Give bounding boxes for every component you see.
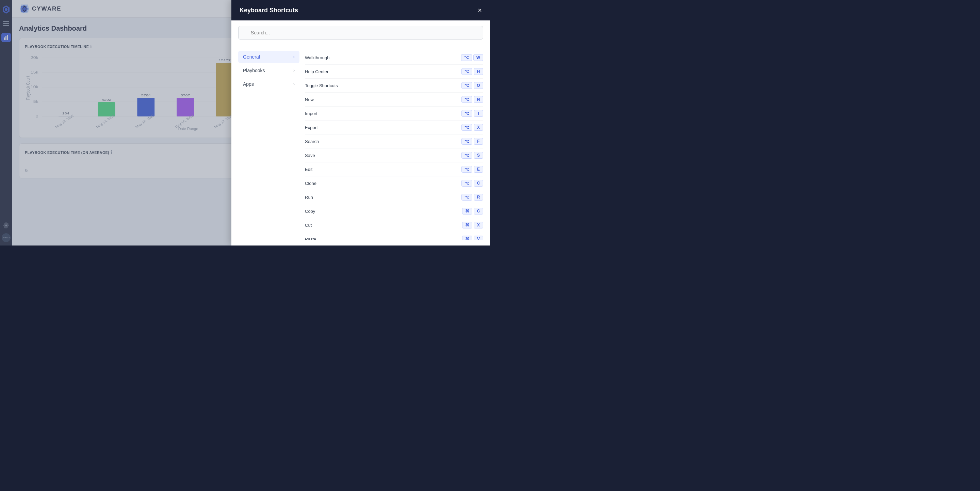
shortcut-keys: ⌥ H [461, 68, 483, 75]
shortcut-search-input[interactable] [238, 26, 483, 40]
shortcut-keys: ⌥ W [461, 54, 483, 61]
shortcut-key: W [473, 54, 483, 61]
modal-body: General › Playbooks › Apps › Walkthrough… [231, 45, 490, 246]
category-general-label: General [243, 54, 260, 60]
modifier-key: ⌥ [461, 194, 472, 201]
shortcut-name: Export [305, 125, 318, 130]
modal-title: Keyboard Shortcuts [240, 7, 298, 14]
shortcut-name: Toggle Shortcuts [305, 83, 338, 88]
shortcut-item: Clone ⌥ C [305, 176, 483, 190]
modifier-key: ⌥ [461, 96, 472, 103]
shortcut-item: Cut ⌘ X [305, 218, 483, 232]
shortcut-keys: ⌥ N [461, 96, 483, 103]
category-apps-label: Apps [243, 81, 254, 87]
shortcut-key: V [474, 236, 483, 240]
shortcut-keys: ⌘ V [462, 236, 483, 240]
shortcut-name: Clone [305, 181, 317, 186]
modifier-key: ⌥ [461, 124, 472, 131]
chevron-icon: › [293, 54, 295, 59]
chevron-icon-3: › [293, 82, 295, 86]
category-playbooks[interactable]: Playbooks › [238, 64, 299, 77]
shortcut-item: Toggle Shortcuts ⌥ O [305, 79, 483, 92]
shortcut-item: Search ⌥ F [305, 134, 483, 148]
shortcut-keys: ⌥ O [461, 82, 483, 89]
category-playbooks-label: Playbooks [243, 68, 265, 73]
search-wrapper [238, 26, 483, 40]
shortcut-keys: ⌥ C [461, 180, 483, 187]
shortcut-key: C [474, 180, 483, 187]
shortcut-keys: ⌘ X [462, 222, 483, 228]
keyboard-shortcuts-modal: Keyboard Shortcuts × General › Playbooks… [231, 0, 490, 246]
modal-search-area [231, 21, 490, 45]
shortcut-item: Export ⌥ X [305, 121, 483, 134]
shortcut-keys: ⌘ C [462, 208, 483, 215]
modifier-key: ⌥ [461, 110, 472, 117]
shortcut-name: Copy [305, 209, 315, 214]
modal-header: Keyboard Shortcuts × [231, 0, 490, 21]
shortcut-keys: ⌥ E [461, 166, 483, 173]
shortcut-keys: ⌥ I [461, 110, 483, 117]
shortcut-name: New [305, 97, 314, 102]
shortcut-key: F [474, 138, 483, 145]
shortcut-name: Paste [305, 237, 316, 241]
shortcut-name: Help Center [305, 69, 328, 74]
shortcut-key: E [474, 166, 483, 173]
category-general[interactable]: General › [238, 51, 299, 63]
shortcut-keys: ⌥ X [461, 124, 483, 131]
shortcut-categories: General › Playbooks › Apps › [238, 51, 299, 240]
shortcut-key: O [474, 82, 483, 89]
modifier-key: ⌥ [461, 180, 472, 187]
shortcut-name: Walkthrough [305, 55, 330, 60]
category-apps[interactable]: Apps › [238, 78, 299, 90]
shortcut-name: Edit [305, 167, 312, 172]
modifier-key: ⌥ [461, 138, 472, 145]
shortcut-item: New ⌥ N [305, 92, 483, 107]
shortcut-name: Run [305, 195, 313, 200]
modifier-key: ⌘ [462, 236, 472, 240]
shortcut-keys: ⌥ S [461, 152, 483, 159]
modal-close-button[interactable]: × [478, 6, 482, 14]
shortcut-keys: ⌥ F [461, 138, 483, 145]
shortcut-item: Run ⌥ R [305, 190, 483, 204]
chevron-icon-2: › [293, 68, 295, 73]
shortcut-name: Search [305, 139, 319, 144]
shortcut-name: Import [305, 111, 318, 116]
shortcut-keys: ⌥ R [461, 194, 483, 201]
shortcut-key: X [474, 222, 483, 228]
shortcut-item: Edit ⌥ E [305, 163, 483, 176]
modifier-key: ⌥ [461, 166, 472, 173]
modifier-key: ⌘ [462, 222, 472, 228]
modifier-key: ⌥ [461, 82, 472, 89]
shortcut-item: Save ⌥ S [305, 148, 483, 163]
modifier-key: ⌥ [461, 54, 472, 61]
modifier-key: ⌥ [461, 152, 472, 159]
shortcut-key: C [474, 208, 483, 215]
shortcut-name: Save [305, 153, 315, 158]
modifier-key: ⌥ [461, 68, 472, 75]
shortcut-key: R [474, 194, 483, 201]
shortcut-item: Copy ⌘ C [305, 204, 483, 218]
shortcut-item: Import ⌥ I [305, 107, 483, 121]
shortcuts-list: Walkthrough ⌥ W Help Center ⌥ H Toggle S… [305, 51, 483, 240]
modifier-key: ⌘ [462, 208, 472, 215]
shortcut-item: Paste ⌘ V [305, 232, 483, 240]
shortcut-name: Cut [305, 223, 312, 228]
shortcut-item: Walkthrough ⌥ W [305, 51, 483, 65]
shortcut-key: N [474, 96, 483, 103]
shortcut-item: Help Center ⌥ H [305, 65, 483, 79]
shortcut-key: H [474, 68, 483, 75]
shortcut-key: X [474, 124, 483, 131]
shortcut-key: S [474, 152, 483, 159]
shortcut-key: I [474, 110, 483, 117]
